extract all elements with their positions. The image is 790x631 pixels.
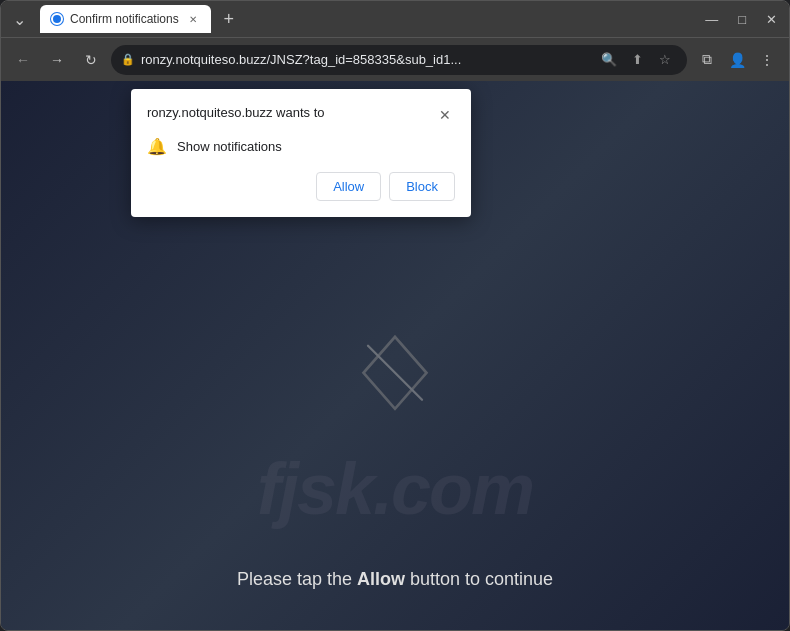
content-area: fjsk.com Please tap the Allow button to … [1, 81, 789, 630]
bottom-text-suffix: button to continue [405, 569, 553, 589]
address-bar[interactable]: 🔒 ronzy.notquiteso.buzz/JNSZ?tag_id=8583… [111, 45, 687, 75]
tab-favicon-icon [50, 12, 64, 26]
bottom-instruction-text: Please tap the Allow button to continue [237, 569, 553, 590]
browser-window: ⌄ Confirm notifications ✕ + — □ ✕ ← → ↻ … [0, 0, 790, 631]
tab-close-button[interactable]: ✕ [185, 11, 201, 27]
new-tab-button[interactable]: + [215, 5, 243, 33]
minimize-button[interactable]: — [701, 10, 722, 29]
notification-popup: ronzy.notquiteso.buzz wants to ✕ 🔔 Show … [131, 89, 471, 217]
center-logo [350, 327, 440, 421]
tab-area: Confirm notifications ✕ + [40, 5, 695, 33]
bell-icon: 🔔 [147, 137, 167, 156]
allow-button[interactable]: Allow [316, 172, 381, 201]
svg-line-0 [368, 345, 422, 399]
popup-notification-text: Show notifications [177, 139, 282, 154]
window-controls: ⌄ [9, 8, 30, 31]
reload-button[interactable]: ↻ [77, 46, 105, 74]
bottom-text-bold: Allow [357, 569, 405, 589]
url-display: ronzy.notquiteso.buzz/JNSZ?tag_id=858335… [141, 52, 591, 67]
toolbar: ← → ↻ 🔒 ronzy.notquiteso.buzz/JNSZ?tag_i… [1, 37, 789, 81]
watermark-text: fjsk.com [257, 448, 533, 530]
forward-button[interactable]: → [43, 46, 71, 74]
popup-site-name: ronzy.notquiteso.buzz wants to [147, 105, 325, 120]
bookmark-icon[interactable]: ☆ [653, 48, 677, 72]
back-button[interactable]: ← [9, 46, 37, 74]
active-tab[interactable]: Confirm notifications ✕ [40, 5, 211, 33]
popup-close-button[interactable]: ✕ [435, 105, 455, 125]
search-icon[interactable]: 🔍 [597, 48, 621, 72]
account-icon[interactable]: 👤 [723, 46, 751, 74]
bottom-text-prefix: Please tap the [237, 569, 357, 589]
share-icon[interactable]: ⬆ [625, 48, 649, 72]
title-bar-controls: — □ ✕ [701, 10, 781, 29]
tab-title: Confirm notifications [70, 12, 179, 26]
close-button[interactable]: ✕ [762, 10, 781, 29]
lock-icon: 🔒 [121, 53, 135, 66]
maximize-button[interactable]: □ [734, 10, 750, 29]
address-bar-icons: 🔍 ⬆ ☆ [597, 48, 677, 72]
chevron-down-icon[interactable]: ⌄ [9, 8, 30, 31]
toolbar-extra-icons: ⧉ 👤 ⋮ [693, 46, 781, 74]
menu-icon[interactable]: ⋮ [753, 46, 781, 74]
title-bar: ⌄ Confirm notifications ✕ + — □ ✕ [1, 1, 789, 37]
popup-header: ronzy.notquiteso.buzz wants to ✕ [147, 105, 455, 125]
block-button[interactable]: Block [389, 172, 455, 201]
logo-svg-icon [350, 327, 440, 417]
popup-buttons: Allow Block [147, 172, 455, 201]
split-view-icon[interactable]: ⧉ [693, 46, 721, 74]
popup-notification-row: 🔔 Show notifications [147, 137, 455, 156]
